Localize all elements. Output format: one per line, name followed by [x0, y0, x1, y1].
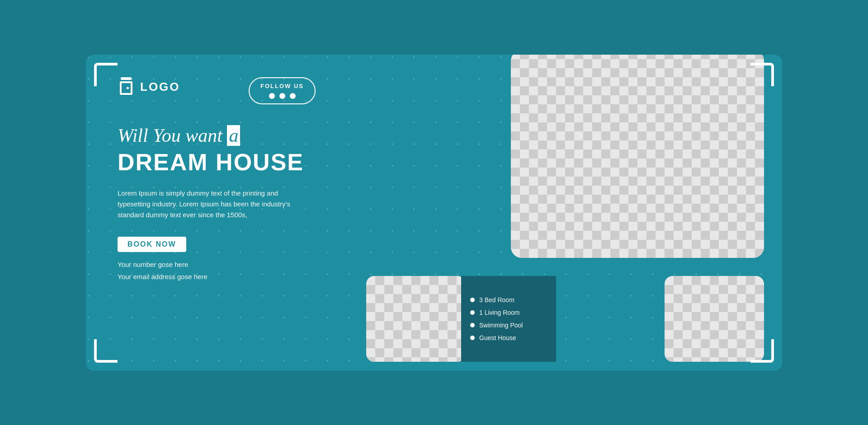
description-text: Lorem Ipsum is simply dummy text of the …	[118, 188, 312, 220]
headline-area: Will You want a DREAM HOUSE	[118, 124, 344, 176]
follow-dot-2	[279, 93, 285, 99]
feature-item-3: Swimming Pool	[470, 322, 547, 329]
logo-icon	[118, 77, 135, 97]
feature-dot-4	[470, 336, 475, 340]
banner: LOGO FOLLOW US Will You want a DREAM HOU…	[86, 55, 782, 371]
contact-info: Your number gose here Your email address…	[118, 258, 344, 283]
follow-us-label: FOLLOW US	[260, 83, 304, 89]
follow-us[interactable]: FOLLOW US	[249, 77, 316, 104]
follow-us-dots	[269, 93, 296, 99]
main-image-placeholder	[511, 55, 764, 258]
headline-line2: DREAM HOUSE	[118, 149, 344, 175]
checker-right	[665, 276, 764, 362]
corner-bl	[94, 339, 118, 363]
phone-placeholder: Your number gose here	[118, 258, 344, 271]
logo-text: LOGO	[140, 80, 180, 94]
checker-main	[511, 55, 764, 258]
left-content: LOGO FOLLOW US Will You want a DREAM HOU…	[86, 55, 366, 371]
small-image-left	[366, 276, 466, 362]
feature-dot-2	[470, 310, 475, 315]
right-content: 3 Bed Room 1 Living Room Swimming Pool G…	[366, 55, 782, 371]
corner-br	[750, 339, 774, 363]
headline-prefix: Will You want	[118, 125, 227, 146]
small-image-right	[665, 276, 764, 362]
follow-dot-3	[290, 93, 296, 99]
feature-item-2: 1 Living Room	[470, 309, 547, 316]
checker-left	[366, 276, 466, 362]
feature-dot-1	[470, 298, 475, 302]
email-placeholder: Your email address gose here	[118, 271, 344, 283]
headline-highlight: a	[227, 125, 240, 146]
feature-item-1: 3 Bed Room	[470, 296, 547, 304]
corner-tr	[750, 63, 774, 86]
feature-dot-3	[470, 323, 475, 327]
feature-item-4: Guest House	[470, 334, 547, 341]
book-now-button[interactable]: BOOK NOW	[118, 237, 186, 252]
corner-tl	[94, 63, 118, 86]
feature-box: 3 Bed Room 1 Living Room Swimming Pool G…	[461, 276, 556, 362]
follow-dot-1	[269, 93, 275, 99]
